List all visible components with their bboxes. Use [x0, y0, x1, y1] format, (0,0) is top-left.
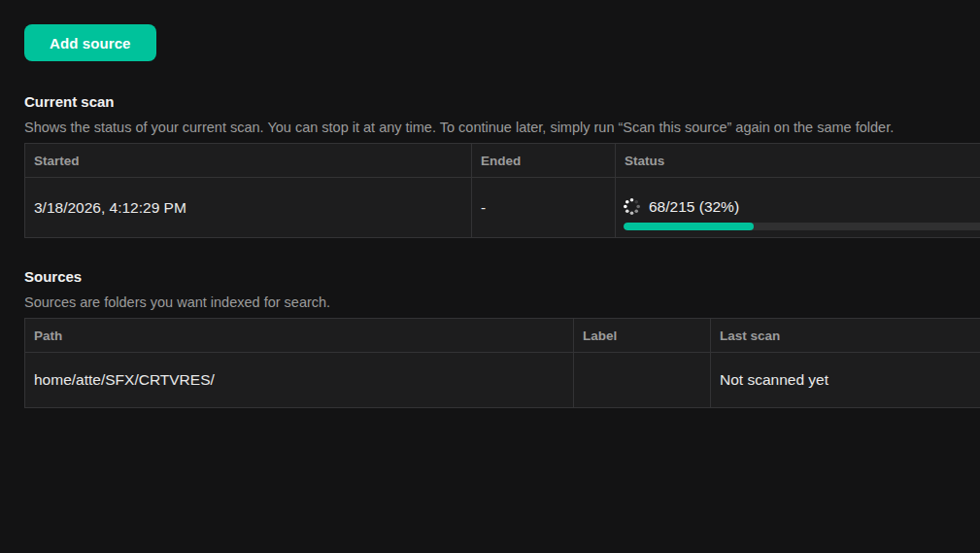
source-last-scan-cell: Not scanned yet — [711, 353, 980, 408]
current-scan-title: Current scan — [24, 93, 980, 110]
column-header-label: Label — [574, 319, 711, 353]
column-header-last-scan: Last scan — [711, 319, 980, 353]
column-header-started: Started — [25, 144, 472, 178]
sources-table: Path Label Last scan home/atte/SFX/CRTVR… — [24, 318, 980, 408]
spinner-icon — [624, 198, 640, 215]
scan-status-cell: 68/215 (32%) — [616, 178, 980, 238]
current-scan-description: Shows the status of your current scan. Y… — [24, 120, 980, 135]
current-scan-header-row: Started Ended Status — [25, 144, 980, 178]
source-label-cell — [574, 353, 711, 408]
current-scan-row: 3/18/2026, 4:12:29 PM - — [25, 178, 980, 238]
scan-started-cell: 3/18/2026, 4:12:29 PM — [25, 178, 472, 238]
scan-ended-cell: - — [472, 178, 616, 238]
sources-title: Sources — [24, 268, 980, 285]
progress-bar — [624, 223, 980, 230]
source-path-cell: home/atte/SFX/CRTVRES/ — [25, 353, 574, 408]
sources-header-row: Path Label Last scan — [25, 319, 980, 353]
column-header-status: Status — [616, 144, 980, 178]
sources-description: Sources are folders you want indexed for… — [24, 294, 980, 310]
column-header-ended: Ended — [472, 144, 616, 178]
progress-bar-fill — [624, 223, 754, 230]
add-source-button[interactable]: Add source — [24, 24, 156, 61]
page: Add source Current scan Shows the status… — [0, 0, 980, 408]
current-scan-table: Started Ended Status 3/18/2026, 4:12:29 … — [24, 143, 980, 238]
source-row[interactable]: home/atte/SFX/CRTVRES/ Not scanned yet — [25, 353, 980, 408]
column-header-path: Path — [25, 319, 574, 353]
scan-progress-label: 68/215 (32%) — [649, 198, 739, 216]
